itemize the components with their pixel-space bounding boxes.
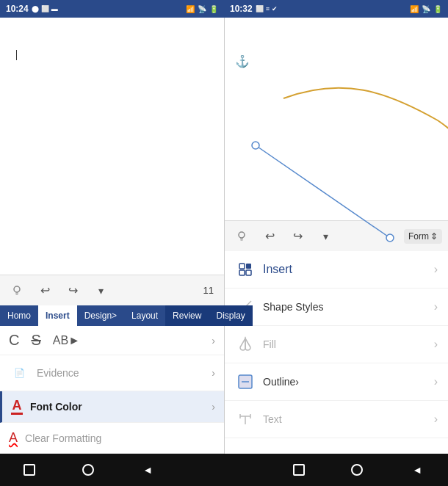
- right-signal-icon: 📶: [410, 5, 419, 13]
- tab-insert[interactable]: Insert: [38, 305, 77, 326]
- outline-icon: [235, 371, 256, 392]
- font-color-item[interactable]: A Font Color ›: [0, 391, 224, 423]
- tab-home[interactable]: Homo: [0, 305, 38, 326]
- drawing-svg: [225, 18, 448, 267]
- text-chevron: ›: [434, 413, 438, 426]
- blue-line: [256, 145, 390, 238]
- svg-rect-5: [246, 270, 251, 275]
- right-back-button[interactable]: ◄: [410, 463, 424, 477]
- right-text-item[interactable]: Text ›: [225, 401, 448, 438]
- left-icon3: ▬: [51, 5, 58, 12]
- clear-formatting-label: Clear Formatting: [25, 432, 215, 444]
- line-start-circle: [252, 142, 259, 149]
- left-time: 10:24: [6, 4, 29, 14]
- left-lightbulb-button[interactable]: [6, 280, 28, 302]
- font-color-chevron: ›: [212, 401, 215, 413]
- redo-icon: ↪: [68, 283, 78, 297]
- right-wifi-icon: 📡: [422, 5, 430, 13]
- tab-design[interactable]: Design>: [77, 305, 124, 326]
- cursor-line: [16, 50, 17, 60]
- left-more-button[interactable]: ▾: [90, 280, 112, 302]
- tab-review[interactable]: Review: [165, 305, 209, 326]
- tab-bar: Homo Insert Design> Layout Review: [0, 305, 224, 326]
- fill-label: Fill: [263, 338, 434, 350]
- left-signal-icon: 📶: [186, 5, 195, 13]
- outline-label: Outline›: [263, 376, 434, 388]
- shape-styles-label: Shape Styles: [263, 301, 434, 313]
- right-icon1: ⬜: [256, 5, 264, 12]
- right-fill-item[interactable]: Fill ›: [225, 326, 448, 363]
- right-circle-button[interactable]: [351, 464, 363, 476]
- left-icon1: ⬤: [32, 5, 39, 12]
- outline-chevron: ›: [434, 375, 438, 388]
- shape-styles-chevron: ›: [434, 300, 438, 313]
- drawing-canvas: ⚓: [225, 18, 448, 220]
- right-time: 10:32: [230, 4, 253, 14]
- right-status-icons: ⬜ ≡ ✔: [256, 5, 278, 12]
- svg-rect-4: [239, 270, 245, 275]
- tab-display[interactable]: Display: [209, 305, 252, 326]
- left-circle-button[interactable]: [82, 464, 94, 476]
- orange-curve: [283, 88, 448, 231]
- format-chars-chevron: ›: [212, 335, 215, 347]
- lightbulb-icon: [11, 285, 23, 297]
- format-chars-row: C S AB► ›: [0, 326, 224, 355]
- left-back-icon: ◄: [142, 464, 153, 476]
- line-end-circle: [386, 234, 394, 242]
- left-toolbar: ↩ ↪ ▾ 11: [0, 275, 224, 305]
- text-icon: [235, 409, 256, 429]
- left-square-button[interactable]: [24, 464, 35, 476]
- text-label: Text: [263, 413, 434, 425]
- evidence-label: Evidence: [37, 367, 212, 379]
- evidence-item[interactable]: 📄 Evidence ›: [0, 355, 224, 391]
- right-items-list: Insert › Shape Styles › Fill: [225, 251, 448, 454]
- font-color-icon: A: [11, 399, 23, 415]
- tab-layout[interactable]: Layout: [124, 305, 165, 326]
- evidence-chevron: ›: [212, 367, 215, 379]
- font-color-label: Font Color: [30, 401, 212, 413]
- right-back-icon: ◄: [412, 464, 422, 476]
- nav-bar: ◄ ◄: [0, 454, 448, 486]
- clear-format-icon: A: [9, 430, 18, 446]
- left-status-icons: ⬤ ⬜ ▬: [32, 5, 58, 12]
- left-back-button[interactable]: ◄: [140, 463, 155, 477]
- clear-formatting-item[interactable]: A Clear Formatting: [0, 423, 224, 454]
- dropdown-arrow-icon: ▾: [98, 285, 104, 297]
- strikethrough-s-sample: S: [31, 332, 40, 349]
- evidence-icon: 📄: [9, 363, 29, 383]
- svg-point-0: [14, 286, 20, 292]
- left-battery-icon: 🔋: [209, 5, 218, 13]
- strikethrough-c-sample: C: [9, 332, 19, 349]
- fill-chevron: ›: [434, 338, 438, 351]
- right-battery-icon: 🔋: [433, 5, 442, 13]
- right-icon3: ✔: [272, 5, 278, 12]
- fill-icon: [235, 334, 256, 355]
- left-redo-button[interactable]: ↪: [62, 280, 84, 302]
- left-status-bar: 10:24 ⬤ ⬜ ▬ 📶 📡 🔋: [0, 0, 224, 18]
- left-icon2: ⬜: [41, 5, 49, 12]
- right-status-bar: 10:32 ⬜ ≡ ✔ 📶 📡 🔋: [224, 0, 448, 18]
- left-wifi-icon: 📡: [198, 5, 206, 13]
- left-undo-button[interactable]: ↩: [34, 280, 56, 302]
- right-shape-styles-item[interactable]: Shape Styles ›: [225, 289, 448, 326]
- undo-icon: ↩: [40, 283, 50, 297]
- right-outline-item[interactable]: Outline› ›: [225, 363, 448, 401]
- page-number: 11: [199, 285, 218, 296]
- right-icon2: ≡: [266, 5, 270, 12]
- case-ab-sample: AB►: [53, 334, 80, 347]
- right-square-button[interactable]: [293, 464, 305, 476]
